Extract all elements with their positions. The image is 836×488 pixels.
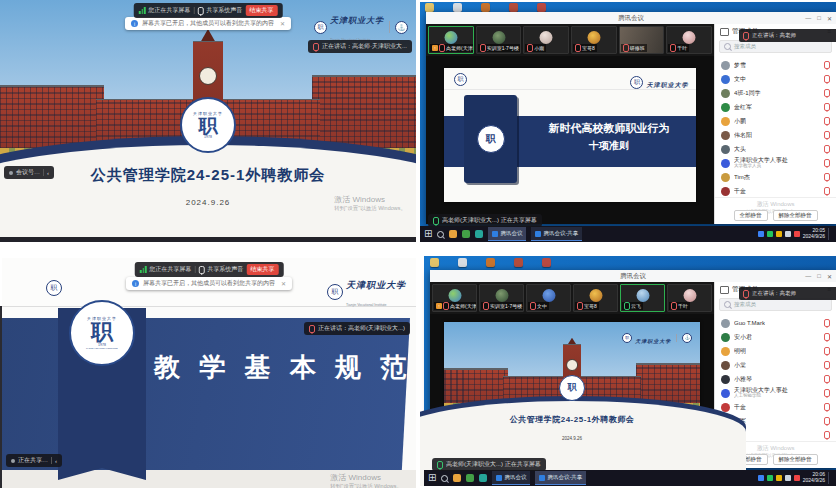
- share-notice-banner[interactable]: i 屏幕共享已开启，其他成员可以看到您共享的内容 ✕: [126, 277, 292, 290]
- window-controls[interactable]: — □ ✕: [805, 12, 832, 24]
- desktop-icon[interactable]: [430, 258, 439, 267]
- system-tray[interactable]: 20:06 2024/9/26: [758, 472, 832, 484]
- tray-icon[interactable]: [758, 475, 764, 481]
- member-row[interactable]: 天津职业大学人事处大学教学人员: [715, 156, 836, 170]
- video-tile[interactable]: 实训室1·7号楼: [479, 284, 524, 312]
- member-row[interactable]: 小棠: [715, 358, 836, 372]
- screen-share-toolbar[interactable]: 您正在共享屏幕 共享系统声音 结束共享: [134, 3, 283, 18]
- desktop-icon[interactable]: [542, 258, 551, 267]
- maximize-button[interactable]: □: [817, 273, 821, 279]
- muted-mic-icon[interactable]: [824, 319, 830, 327]
- muted-mic-icon[interactable]: [824, 103, 830, 111]
- muted-mic-icon[interactable]: [824, 159, 830, 167]
- taskbar-search-icon[interactable]: [441, 475, 448, 482]
- pinned-app-icon[interactable]: [453, 474, 461, 482]
- pinned-app-icon[interactable]: [466, 474, 474, 482]
- show-desktop-button[interactable]: [828, 228, 832, 240]
- desktop-icon[interactable]: [481, 3, 490, 12]
- pinned-app-icon[interactable]: [479, 474, 487, 482]
- member-row[interactable]: 小鹏: [715, 114, 836, 128]
- video-tile[interactable]: !高老师(天津...: [432, 284, 477, 312]
- end-share-button[interactable]: 结束共享: [245, 5, 277, 16]
- member-row[interactable]: 大头: [715, 142, 836, 156]
- desktop-icon[interactable]: [509, 3, 518, 12]
- member-row[interactable]: Guo T.Mark: [715, 316, 836, 330]
- close-icon[interactable]: ✕: [280, 20, 285, 27]
- pinned-app-icon[interactable]: [462, 230, 470, 238]
- member-row[interactable]: 金红军: [715, 100, 836, 114]
- member-row[interactable]: 文中: [715, 72, 836, 86]
- show-desktop-button[interactable]: [828, 472, 832, 484]
- video-tile[interactable]: 小雨: [523, 26, 569, 54]
- tray-icon[interactable]: [776, 475, 782, 481]
- tray-icon[interactable]: [785, 475, 791, 481]
- muted-mic-icon[interactable]: [824, 75, 830, 83]
- video-tile[interactable]: !高老师(天津职...: [428, 26, 474, 54]
- taskbar-app-share[interactable]: 腾讯会议-共享: [531, 227, 582, 241]
- desktop-icons[interactable]: [430, 258, 551, 267]
- close-button[interactable]: ✕: [827, 15, 832, 22]
- video-tile[interactable]: 宝哥8: [571, 26, 617, 54]
- member-row[interactable]: 伟名阳: [715, 128, 836, 142]
- desktop-icons[interactable]: [425, 3, 546, 12]
- member-row[interactable]: 天津职业大学人事处人工智能学院: [715, 386, 836, 400]
- pinned-app-icon[interactable]: [449, 230, 457, 238]
- member-row[interactable]: 千金: [715, 184, 836, 198]
- video-tile[interactable]: 千叶: [667, 284, 712, 312]
- video-tile[interactable]: 云飞: [620, 284, 665, 312]
- member-row[interactable]: 梦雪: [715, 58, 836, 72]
- desktop-icon[interactable]: [458, 258, 467, 267]
- windows-taskbar[interactable]: ⊞ 腾讯会议 腾讯会议-共享 20:05 2024/9/26: [420, 226, 836, 242]
- video-tile[interactable]: 千叶: [666, 26, 712, 54]
- member-row[interactable]: 千金: [715, 400, 836, 414]
- minimize-button[interactable]: —: [805, 273, 811, 279]
- unmute-all-button[interactable]: 解除全部静音: [773, 210, 818, 221]
- member-row[interactable]: Tim杰: [715, 170, 836, 184]
- minimize-button[interactable]: —: [805, 15, 811, 21]
- meeting-floating-pill[interactable]: 会议号… ‹: [4, 166, 54, 179]
- muted-mic-icon[interactable]: [824, 431, 830, 439]
- muted-mic-icon[interactable]: [824, 389, 830, 397]
- desktop-icon[interactable]: [514, 258, 523, 267]
- video-tile[interactable]: 实训室1·7号楼: [476, 26, 522, 54]
- member-row[interactable]: 小雅琴: [715, 372, 836, 386]
- muted-mic-icon[interactable]: [824, 145, 830, 153]
- taskbar-clock[interactable]: 20:06 2024/9/26: [803, 472, 825, 484]
- member-row[interactable]: 明明: [715, 344, 836, 358]
- muted-mic-icon[interactable]: [824, 61, 830, 69]
- desktop-icon[interactable]: [453, 3, 462, 12]
- taskbar-search-icon[interactable]: [437, 231, 444, 238]
- member-list[interactable]: 梦雪 文中 4班-1同学 金红军 小鹏 伟名阳 大头 天津职业大学人事处大学教学…: [715, 58, 836, 198]
- tray-icon[interactable]: [758, 231, 764, 237]
- video-tile[interactable]: 文中: [526, 284, 571, 312]
- tray-icon[interactable]: [794, 231, 800, 237]
- muted-mic-icon[interactable]: [824, 375, 830, 383]
- unmute-all-button[interactable]: 解除全部静音: [773, 454, 818, 465]
- collapse-chevron-icon[interactable]: ‹: [55, 458, 57, 464]
- window-controls[interactable]: — □ ✕: [805, 270, 832, 282]
- pinned-app-icon[interactable]: [475, 230, 483, 238]
- desktop-icon[interactable]: [537, 3, 546, 12]
- video-tile[interactable]: 宝哥8: [573, 284, 618, 312]
- end-share-button[interactable]: 结束共享: [246, 264, 278, 275]
- mute-all-button[interactable]: 全部静音: [734, 210, 768, 221]
- taskbar-app-meeting[interactable]: 腾讯会议: [492, 471, 530, 485]
- taskbar-clock[interactable]: 20:05 2024/9/26: [803, 228, 825, 240]
- sharing-indicator-pill[interactable]: 高老师(天津职业大...) 正在共享屏幕: [432, 458, 546, 471]
- muted-mic-icon[interactable]: [824, 417, 830, 425]
- desktop-icon[interactable]: [486, 258, 495, 267]
- close-icon[interactable]: ✕: [281, 280, 286, 287]
- muted-mic-icon[interactable]: [824, 89, 830, 97]
- taskbar-app-share[interactable]: 腾讯会议-共享: [535, 471, 586, 485]
- system-tray[interactable]: 20:05 2024/9/26: [758, 228, 832, 240]
- muted-mic-icon[interactable]: [824, 131, 830, 139]
- sharing-indicator-pill[interactable]: 高老师(天津职业大...) 正在共享屏幕: [428, 214, 542, 227]
- tray-icon[interactable]: [776, 231, 782, 237]
- muted-mic-icon[interactable]: [824, 333, 830, 341]
- start-button[interactable]: ⊞: [428, 473, 436, 483]
- tray-icon[interactable]: [767, 475, 773, 481]
- member-row[interactable]: 4班-1同学: [715, 86, 836, 100]
- muted-mic-icon[interactable]: [824, 173, 830, 181]
- member-row[interactable]: 安小君: [715, 330, 836, 344]
- windows-taskbar[interactable]: ⊞ 腾讯会议 腾讯会议-共享 20:06 2024/9/26: [424, 470, 836, 486]
